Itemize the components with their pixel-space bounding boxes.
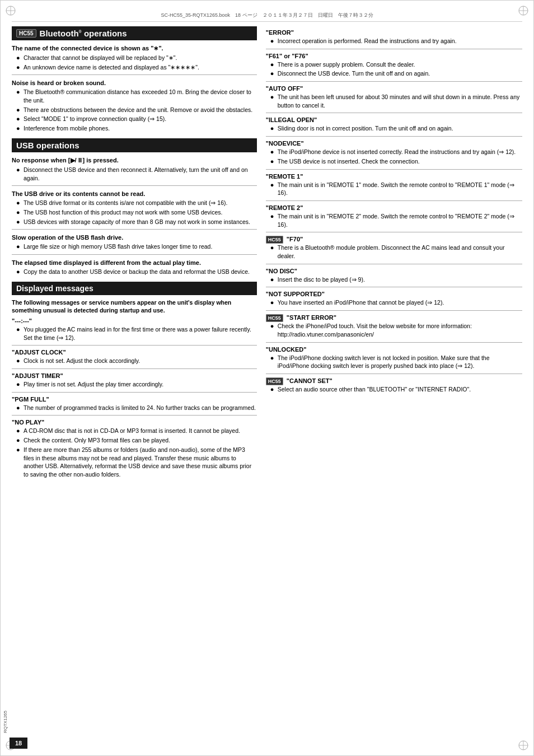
bt-badge: HC55 (16, 29, 36, 38)
msg-no-play-label: "NO PLAY" (12, 419, 257, 426)
usb-sub2-text1: The USB drive format or its contents is/… (24, 199, 227, 207)
msg-cannot-set-text1: Select an audio source other than "BLUET… (278, 385, 471, 394)
divider (12, 392, 257, 393)
header-line: SC-HC55_35-RQTX1265.book 18 ページ ２０１１年３月２… (12, 12, 522, 22)
msg-adjust-clock-text1: Clock is not set. Adjust the clock accor… (24, 357, 140, 365)
msg-f61-label: "F61" or "F76" (266, 53, 522, 59)
bullet-icon: ● (16, 115, 22, 122)
msg-f70-label: HC55 "F70" (266, 236, 522, 242)
msg-no-play-text1: A CD-ROM disc that is not in CD-DA or MP… (24, 427, 240, 435)
msg-f61-text2: Disconnect the USB device. Turn the unit… (278, 69, 430, 78)
msg-unlocked-bullet1: ● The iPod/iPhone docking switch lever i… (266, 354, 522, 370)
bt-sub2-text1: The Bluetooth® communication distance ha… (24, 88, 257, 104)
bt-sub2-bullet4: ● Interference from mobile phones. (12, 124, 257, 133)
msg-f61-bullet1: ● There is a power supply problem. Consu… (266, 60, 522, 69)
msg-auto-off-bullet1: ● The unit has been left unused for abou… (266, 93, 522, 109)
msg-auto-off: "AUTO OFF" ● The unit has been left unus… (266, 85, 522, 109)
bt-sub2-text3: Select "MODE 1" to improve connection qu… (24, 115, 166, 123)
msg-pgm-full-bullet1: ● The number of programmed tracks is lim… (12, 404, 257, 412)
usb-sub3-bullet1: ● Large file size or high memory USB fla… (12, 242, 257, 251)
divider (266, 310, 522, 311)
divider (12, 229, 257, 230)
usb-sub1-bullet1: ● Disconnect the USB device and then rec… (12, 166, 257, 182)
msg-cannot-set: HC55 "CANNOT SET" ● Select an audio sour… (266, 377, 522, 394)
divider (266, 113, 522, 113)
msg-f61: "F61" or "F76" ● There is a power supply… (266, 53, 522, 78)
msg-adjust-timer: "ADJUST TIMER" ● Play timer is not set. … (12, 372, 257, 389)
bullet-icon: ● (270, 148, 276, 155)
msg-nodevice-label: "NODEVICE" (266, 140, 522, 147)
bullet-icon: ● (270, 158, 276, 165)
bullet-icon: ● (16, 209, 22, 216)
msg-intro: The following messages or service number… (12, 298, 257, 315)
msg-not-supported: "NOT SUPPORTED" ● You have inserted an i… (266, 291, 522, 307)
main-content: HC55 Bluetooth® operations The name of t… (12, 26, 522, 480)
msg-error-text1: Incorrect operation is performed. Read t… (278, 37, 457, 45)
bullet-icon: ● (16, 446, 22, 453)
page-number-area: 18 (10, 738, 27, 749)
bullet-icon: ● (270, 244, 276, 251)
msg-dashes-text1: You plugged the AC mains lead in for the… (24, 325, 257, 342)
bullet-icon: ● (16, 243, 22, 250)
bullet-icon: ● (270, 213, 276, 220)
usb-title: USB operations (16, 141, 79, 150)
bullet-icon: ● (270, 276, 276, 283)
msg-adjust-clock: "ADJUST CLOCK" ● Clock is not set. Adjus… (12, 349, 257, 365)
bt-title: Bluetooth® operations (40, 29, 127, 38)
usb-sub2-text2: The USB host function of this product ma… (24, 208, 222, 217)
bullet-icon: ● (16, 166, 22, 173)
msg-error-label: "ERROR" (266, 29, 522, 36)
msg-f61-text1: There is a power supply problem. Consult… (278, 60, 415, 69)
msg-start-error: HC55 "START ERROR" ● Check the iPhone/iP… (266, 314, 522, 338)
divider (266, 374, 522, 374)
msg-no-play-text3: If there are more than 255 albums or fol… (24, 446, 257, 479)
msg-remote1-label: "REMOTE 1" (266, 173, 522, 180)
msg-illegal-open-bullet1: ● Sliding door is not in correct positio… (266, 124, 522, 133)
msg-not-supported-text1: You have inserted an iPod/iPhone that ca… (278, 298, 444, 307)
bt-sub1-bullet1: ● Character that cannot be displayed wil… (12, 54, 257, 62)
msg-not-supported-label: "NOT SUPPORTED" (266, 291, 522, 297)
msg-unlocked: "UNLOCKED" ● The iPod/iPhone docking swi… (266, 346, 522, 370)
msg-error: "ERROR" ● Incorrect operation is perform… (266, 29, 522, 45)
msg-adjust-timer-bullet1: ● Play timer is not set. Adjust the play… (12, 380, 257, 389)
msg-f70-bullet1: ● There is a Bluetooth® module problem. … (266, 244, 522, 260)
page: SC-HC55_35-RQTX1265.book 18 ページ ２０１１年３月２… (0, 0, 534, 756)
bt-sub1-text1: Character that cannot be displayed will … (24, 54, 177, 62)
msg-adjust-timer-text1: Play timer is not set. Adjust the play t… (24, 380, 163, 389)
bt-sub2: Noise is heard or broken sound. ● The Bl… (12, 80, 257, 132)
msg-error-bullet1: ● Incorrect operation is performed. Read… (266, 37, 522, 45)
msg-f70-label-text: "F70" (287, 236, 303, 242)
usb-sub1-text1: Disconnect the USB device and then recon… (24, 166, 257, 182)
msg-title: Displayed messages (16, 284, 93, 293)
divider (12, 415, 257, 416)
divider (266, 49, 522, 49)
bullet-icon: ● (16, 88, 22, 95)
divider (266, 81, 522, 82)
divider (12, 368, 257, 369)
msg-unlocked-label: "UNLOCKED" (266, 346, 522, 353)
bullet-icon: ● (270, 354, 276, 361)
bullet-icon: ● (270, 299, 276, 306)
msg-cannot-set-label-text: "CANNOT SET" (287, 377, 332, 384)
msg-nodevice-bullet1: ● The iPod/iPhone device is not inserted… (266, 148, 522, 156)
msg-adjust-clock-bullet1: ● Clock is not set. Adjust the clock acc… (12, 357, 257, 365)
divider (12, 185, 257, 186)
page-number: 18 (10, 738, 27, 749)
msg-nodevice-text1: The iPod/iPhone device is not inserted c… (278, 148, 516, 156)
bullet-icon: ● (16, 54, 22, 61)
bullet-icon: ● (16, 106, 22, 113)
bt-sub2-bullet1: ● The Bluetooth® communication distance … (12, 88, 257, 104)
bt-sub2-bullet3: ● Select "MODE 1" to improve connection … (12, 115, 257, 123)
msg-no-disc-bullet1: ● Insert the disc to be played (⇒ 9). (266, 276, 522, 284)
usb-sub2-heading: The USB drive or its contents cannot be … (12, 190, 257, 197)
bullet-icon: ● (16, 64, 22, 71)
msg-illegal-open-text1: Sliding door is not in correct position.… (278, 124, 453, 133)
msg-nodevice: "NODEVICE" ● The iPod/iPhone device is n… (266, 140, 522, 165)
usb-sub3: Slow operation of the USB flash drive. ●… (12, 234, 257, 251)
divider (266, 200, 522, 201)
msg-section-header: Displayed messages (12, 282, 257, 295)
bullet-icon: ● (270, 70, 276, 77)
bullet-icon: ● (270, 323, 276, 329)
usb-sub3-heading: Slow operation of the USB flash drive. (12, 234, 257, 241)
divider (266, 342, 522, 343)
